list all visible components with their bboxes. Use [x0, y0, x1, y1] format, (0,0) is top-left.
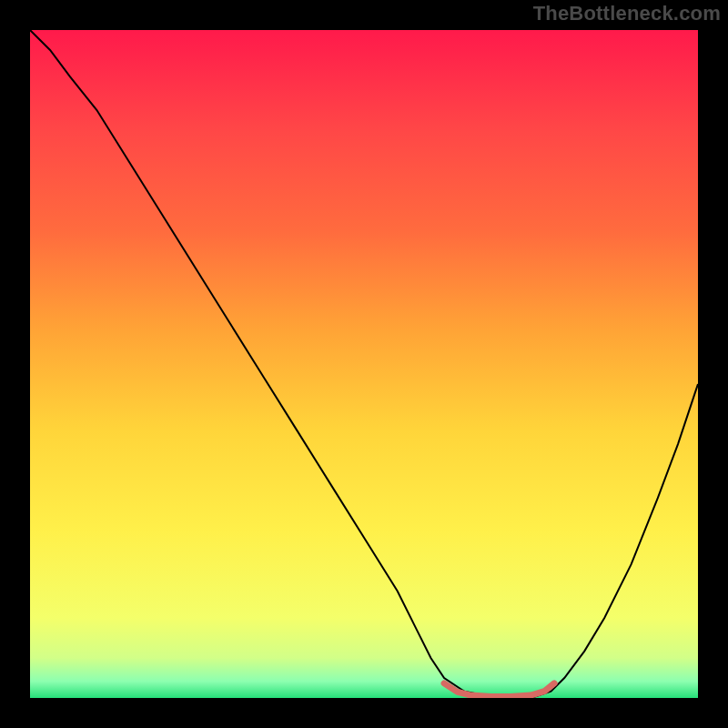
watermark-text: TheBottleneck.com: [533, 2, 721, 25]
bottleneck-chart: [30, 30, 698, 698]
heat-gradient-background: [30, 30, 698, 698]
chart-frame: TheBottleneck.com: [0, 0, 728, 728]
chart-svg: [30, 30, 698, 698]
